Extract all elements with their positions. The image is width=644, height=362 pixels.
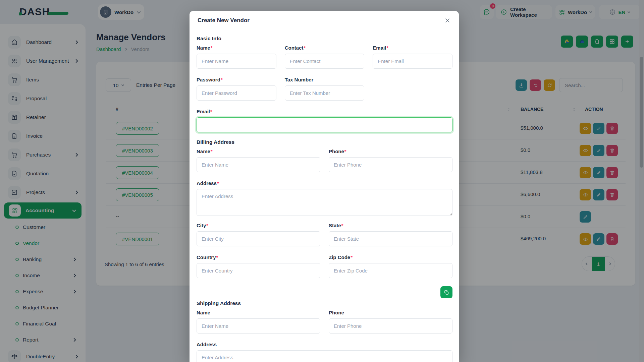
modal-body: Basic Info Name* Contact* Email* Passwor… xyxy=(190,30,459,362)
name-input[interactable] xyxy=(197,54,276,69)
field-billing-state: State* xyxy=(329,223,452,246)
field-label: Phone xyxy=(329,310,344,315)
required-mark: * xyxy=(217,180,219,186)
required-mark: * xyxy=(304,45,306,51)
copy-billing-row xyxy=(197,286,452,298)
close-icon xyxy=(444,17,451,24)
field-label: Name xyxy=(197,310,210,315)
field-name: Name* xyxy=(197,45,276,69)
field-label: Address xyxy=(197,342,217,347)
required-mark: * xyxy=(211,148,213,154)
field-shipping-phone: Phone xyxy=(329,310,452,334)
billing-name-input[interactable] xyxy=(197,157,320,172)
field-billing-phone: Phone* xyxy=(329,148,452,172)
shipping-name-input[interactable] xyxy=(197,318,320,334)
copy-icon xyxy=(444,290,449,295)
field-shipping-name: Name xyxy=(197,310,320,334)
password-input[interactable] xyxy=(197,85,276,101)
field-login-email: Email* xyxy=(197,109,452,132)
required-mark: * xyxy=(351,254,353,260)
close-button[interactable] xyxy=(444,17,451,24)
section-heading-billing-address: BIlling Address xyxy=(197,139,452,146)
billing-city-input[interactable] xyxy=(197,231,320,246)
email-input[interactable] xyxy=(373,54,452,69)
required-mark: * xyxy=(221,77,223,82)
field-label: City xyxy=(197,223,206,228)
required-mark: * xyxy=(344,148,346,154)
field-label: State xyxy=(329,223,341,228)
field-shipping-address: Address xyxy=(197,342,452,362)
required-mark: * xyxy=(206,223,208,228)
field-label: Name xyxy=(197,45,210,51)
modal-header: Create New Vendor xyxy=(190,11,459,30)
field-contact: Contact* xyxy=(285,45,365,69)
required-mark: * xyxy=(216,254,218,260)
required-mark: * xyxy=(211,45,213,51)
field-email: Email* xyxy=(373,45,452,69)
field-label: Password xyxy=(197,77,220,82)
field-label: Country xyxy=(197,254,216,260)
field-billing-address: Address* xyxy=(197,180,452,216)
create-vendor-modal: Create New Vendor Basic Info Name* Conta… xyxy=(190,11,459,362)
required-mark: * xyxy=(341,223,343,228)
contact-input[interactable] xyxy=(285,54,365,69)
field-label: Contact xyxy=(285,45,304,51)
tax-number-input[interactable] xyxy=(285,85,365,101)
section-heading-basic-info: Basic Info xyxy=(197,36,452,42)
field-password: Password* xyxy=(197,77,276,101)
field-label: Email xyxy=(373,45,386,51)
field-billing-name: Name* xyxy=(197,148,320,172)
copy-billing-to-shipping-button[interactable] xyxy=(440,286,452,298)
field-label: Name xyxy=(197,148,210,154)
field-tax-number: Tax Number xyxy=(285,77,365,101)
field-billing-country: Country* xyxy=(197,254,320,278)
app-root: DASH WorkDo 0 Create Workspace xyxy=(0,0,644,362)
modal-title: Create New Vendor xyxy=(198,17,250,24)
required-mark: * xyxy=(386,45,388,51)
billing-zip-input[interactable] xyxy=(329,263,452,278)
billing-country-input[interactable] xyxy=(197,263,320,278)
billing-address-textarea[interactable] xyxy=(197,189,452,216)
field-label: Phone xyxy=(329,148,344,154)
field-label: Address xyxy=(197,180,217,186)
login-email-input-focused[interactable] xyxy=(197,117,452,132)
billing-phone-input[interactable] xyxy=(329,157,452,172)
shipping-address-textarea[interactable] xyxy=(197,350,452,362)
field-label: Email xyxy=(197,109,210,114)
field-billing-city: City* xyxy=(197,223,320,246)
field-label: Zip Code xyxy=(329,254,350,260)
billing-state-input[interactable] xyxy=(329,231,452,246)
field-label: Tax Number xyxy=(285,77,314,82)
field-billing-zip: Zip Code* xyxy=(329,254,452,278)
required-mark: * xyxy=(210,109,212,114)
section-heading-shipping-address: Shipping Address xyxy=(197,300,452,307)
shipping-phone-input[interactable] xyxy=(329,318,452,334)
